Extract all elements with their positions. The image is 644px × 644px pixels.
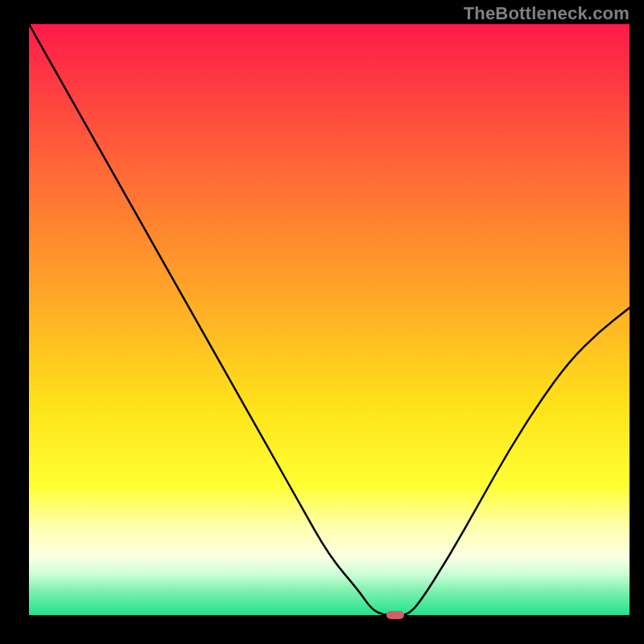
watermark-text: TheBottleneck.com	[464, 3, 630, 24]
plot-area	[29, 24, 630, 615]
minimum-marker	[386, 611, 404, 619]
chart-frame: TheBottleneck.com	[0, 0, 644, 644]
plot-svg	[29, 24, 630, 615]
gradient-background	[29, 24, 630, 615]
